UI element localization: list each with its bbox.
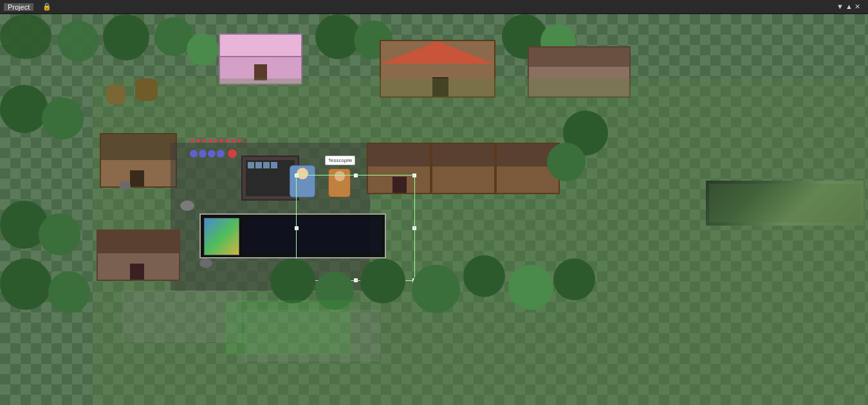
heart-7: ♥ xyxy=(225,136,230,145)
main-view: ⊞ Scene ⊞ Game Textured RGB 2D 🔊 📊 xyxy=(160,14,701,405)
npc-sprite xyxy=(328,168,351,197)
pink-building xyxy=(219,33,302,85)
sprite-grid xyxy=(709,184,860,222)
road-overlay-1 xyxy=(122,291,241,342)
hearts-container: ♥ ♥ ♥ ♥ ♥ ♥ ♥ ♥ ♥ ♥ xyxy=(190,136,247,145)
tree-2 xyxy=(58,21,99,62)
coin-1 xyxy=(190,150,198,158)
project-label: Project xyxy=(4,3,33,11)
tree-24 xyxy=(553,258,595,300)
heart-5: ♥ xyxy=(214,136,218,145)
tree-10 xyxy=(0,85,48,133)
tree-21 xyxy=(412,265,460,313)
tree-15 xyxy=(39,213,80,255)
heart-4: ♥ xyxy=(207,136,212,145)
tree-13 xyxy=(547,143,586,181)
heart-6: ♥ xyxy=(219,136,224,145)
window-title-bar: Project 🔒 ▼ ▲ ✕ xyxy=(0,0,868,14)
inventory-box xyxy=(199,213,386,258)
tree-16 xyxy=(0,258,51,310)
currency-bar xyxy=(190,149,237,158)
coin-2 xyxy=(199,150,207,158)
heart-1: ♥ xyxy=(190,136,194,145)
house-right-mid xyxy=(367,143,431,194)
house-right-mid2 xyxy=(431,143,495,194)
tree-11 xyxy=(42,98,84,140)
tree-20 xyxy=(360,258,405,303)
tree-23 xyxy=(508,265,553,310)
inventory-sprite-preview xyxy=(205,219,239,255)
tree-22 xyxy=(463,255,505,297)
rock-3 xyxy=(199,258,212,268)
heart-3: ♥ xyxy=(201,136,206,145)
coin-4 xyxy=(217,150,225,158)
tree-17 xyxy=(48,271,90,313)
heart-10: ♥ xyxy=(243,136,247,145)
rock-2 xyxy=(180,201,194,211)
tree-1 xyxy=(0,14,51,59)
tree-18 xyxy=(270,258,315,303)
house-lower-left xyxy=(97,230,180,281)
coin-3 xyxy=(208,150,216,158)
lock-icon[interactable]: 🔒 xyxy=(39,3,55,11)
inventory-content xyxy=(243,218,382,254)
green-path-overlay xyxy=(225,300,351,355)
heart-2: ♥ xyxy=(196,136,200,145)
sprite-preview-image xyxy=(706,181,863,226)
heart-8: ♥ xyxy=(231,136,235,145)
tree-3 xyxy=(103,14,149,60)
dialog-bubble: Tesscopile xyxy=(325,156,355,165)
heart-9: ♥ xyxy=(237,136,241,145)
sprite-texture-preview xyxy=(705,180,864,226)
rock-1 xyxy=(119,181,131,190)
tree-5 xyxy=(187,33,219,66)
player-sprite xyxy=(290,165,315,197)
house-left-mid xyxy=(100,133,177,188)
gem-icon xyxy=(228,149,237,158)
window-controls: ▼ ▲ ✕ xyxy=(833,3,864,11)
